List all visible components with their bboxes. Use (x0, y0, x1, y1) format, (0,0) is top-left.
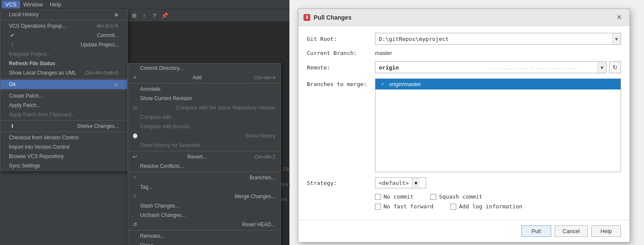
git-show-current-revision[interactable]: Show Current Revision (128, 94, 280, 103)
git-remotes[interactable]: Remotes... (128, 231, 280, 241)
git-reset-icon: ↺ (132, 222, 138, 228)
vcs-menu-sync[interactable]: Sync Settings (0, 161, 127, 170)
git-branches[interactable]: ⑂ Branches... (128, 173, 280, 182)
git-add[interactable]: + Add Ctrl+Alt+A (128, 73, 280, 82)
git-tag[interactable]: Tag... (128, 182, 280, 192)
dialog-title-text: Pull Changes (314, 14, 352, 21)
vcs-menu-show-uml-shortcut: Ctrl+Alt+Shift+D (85, 70, 119, 75)
help-button[interactable]: Help (591, 225, 621, 237)
git-unstash[interactable]: UnStash Changes... (128, 210, 280, 220)
git-sep1 (128, 83, 280, 84)
remote-refresh-button[interactable]: ↻ (609, 61, 621, 73)
toolbar-btn-help[interactable]: ? (150, 11, 159, 20)
toolbar-btn-grid[interactable]: ⊞ (129, 11, 139, 20)
remote-dropdown[interactable]: origin ........................... ▾ (375, 61, 607, 73)
git-commit-dir[interactable]: Commit Directory... (128, 63, 280, 73)
strategy-row: Strategy: <default> ▾ (307, 177, 621, 188)
git-tag-label: Tag... (140, 184, 152, 190)
no-fast-forward-label: No fast forward (384, 203, 433, 210)
option-add-log[interactable]: Add log information (450, 203, 522, 210)
current-branch-value: master (375, 50, 621, 56)
git-show-history-sel-label: Show History for Selection (140, 142, 200, 148)
git-merge-label: Merge Changes... (235, 193, 275, 199)
git-root-row: Git Root: D:\gitRepos\myproject ▾ (307, 33, 621, 45)
vcs-menu-local-history[interactable]: Local History ▶ (0, 10, 127, 19)
option-squash-commit[interactable]: Squash commit (430, 193, 482, 200)
menu-item-window[interactable]: Window (20, 0, 46, 9)
git-add-shortcut: Ctrl+Alt+A (254, 75, 275, 80)
vcs-menu-apply-clipboard-label: Apply Patch from Clipboard... (9, 112, 75, 118)
strategy-dropdown[interactable]: <default> ▾ (375, 177, 426, 188)
git-sep3 (128, 172, 280, 172)
cancel-button[interactable]: Cancel (555, 225, 588, 237)
git-reset-head[interactable]: ↺ Reset HEAD... (128, 220, 280, 229)
git-revert-icon: ↩ (132, 154, 138, 160)
vcs-menu-apply-patch[interactable]: Apply Patch... (0, 101, 127, 110)
toolbar-btn-up[interactable]: ↑ (140, 11, 149, 20)
vcs-menu-show-local-changes[interactable]: Show Local Changes as UML Ctrl+Alt+Shift… (0, 68, 127, 78)
add-log-checkbox[interactable] (450, 204, 456, 210)
git-resolve-label: Resolve Conflicts... (140, 163, 184, 169)
options-area: No commit Squash commit No fast forward … (307, 193, 621, 210)
git-annotate[interactable]: Annotate (128, 84, 280, 94)
vcs-menu-vcs-operations-shortcut: Alt+后引号 (97, 23, 119, 29)
menu-bar: VCS Window Help (0, 0, 289, 9)
vcs-menu-update-project[interactable]: ↑ Update Project... (0, 40, 127, 49)
git-compare-with-label: Compare with... (140, 114, 176, 120)
branch-item-origin-master[interactable]: ✓ origin/master (375, 79, 621, 89)
no-commit-checkbox[interactable] (375, 194, 381, 200)
ide-panel: VCS Window Help ⊞ ↑ ? 📌 Recent Fil Navig… (0, 0, 289, 245)
vcs-menu-local-history-label: Local History (9, 12, 38, 17)
shelve-icon: ⬇ (9, 123, 16, 129)
vcs-menu-commit[interactable]: ✔ Commit... (0, 31, 127, 40)
git-compare-same-label: Compare with the Same Repository Version (176, 105, 275, 111)
vcs-menu-update-label: Update Project... (81, 42, 119, 48)
strategy-dropdown-arrow[interactable]: ▾ (412, 178, 420, 188)
menu-item-help[interactable]: Help (46, 0, 65, 9)
git-resolve-conflicts[interactable]: Resolve Conflicts... (128, 161, 280, 171)
vcs-menu-sep3 (0, 90, 127, 90)
git-root-dropdown-arrow[interactable]: ▾ (612, 33, 621, 44)
vcs-menu-git[interactable]: Git ▶ (0, 80, 127, 89)
dialog-close-button[interactable]: ✕ (614, 12, 624, 22)
vcs-menu-apply-patch-label: Apply Patch... (9, 102, 40, 108)
option-no-fast-forward[interactable]: No fast forward (375, 203, 433, 210)
pull-changes-dialog: ⬇ Pull Changes ✕ Git Root: D:\gitRepos\m… (298, 9, 630, 242)
branches-list[interactable]: ✓ origin/master (375, 78, 621, 172)
git-sep4 (128, 230, 280, 231)
vcs-menu-create-patch[interactable]: Create Patch... (0, 91, 127, 101)
option-no-commit[interactable]: No commit (375, 193, 413, 200)
vcs-menu-import[interactable]: Import into Version Control (0, 142, 127, 152)
branch-checkbox[interactable]: ✓ (380, 81, 386, 87)
menu-item-vcs[interactable]: VCS (2, 0, 20, 9)
git-sep2 (128, 151, 280, 151)
vcs-menu-show-uml-label: Show Local Changes as UML (9, 70, 76, 76)
vcs-menu-vcs-operations[interactable]: VCS Operations Popup... Alt+后引号 (0, 21, 127, 31)
options-row-2: No fast forward Add log information (375, 203, 621, 210)
git-merge-changes[interactable]: ⑂ Merge Changes... (128, 192, 280, 201)
git-clone[interactable]: Clone... (128, 241, 280, 245)
git-root-dropdown[interactable]: D:\gitRepos\myproject ▾ (375, 33, 621, 45)
git-remotes-label: Remotes... (140, 233, 165, 239)
vcs-menu-browse-vcs[interactable]: Browse VCS Repository (0, 152, 127, 161)
git-annotate-label: Annotate (140, 86, 160, 92)
remote-dropdown-arrow[interactable]: ▾ (598, 62, 606, 73)
toolbar-btn-pin[interactable]: 📌 (160, 11, 169, 20)
strategy-value: <default> (375, 180, 412, 186)
git-branches-label: Branches... (249, 175, 275, 181)
git-show-history: ⌚ Show History (128, 131, 280, 141)
squash-commit-checkbox[interactable] (430, 194, 436, 200)
git-show-revision-label: Show Current Revision (140, 95, 192, 101)
vcs-menu-checkout[interactable]: Checkout from Version Control (0, 133, 127, 142)
vcs-menu-shelve[interactable]: ⬇ Shelve Changes... (0, 121, 127, 131)
remote-value: origin (375, 64, 487, 71)
no-fast-forward-checkbox[interactable] (375, 204, 381, 210)
vcs-menu-refresh-status[interactable]: Refresh File Status (0, 59, 127, 68)
git-add-label: Add (192, 75, 201, 81)
git-clone-label: Clone... (140, 242, 157, 245)
git-stash[interactable]: Stash Changes... (128, 201, 280, 210)
branch-name: origin/master (389, 81, 421, 87)
pull-button[interactable]: Pull (521, 225, 551, 237)
git-revert[interactable]: ↩ Revert... Ctrl+Alt+Z (128, 152, 280, 161)
add-log-label: Add log information (459, 203, 522, 210)
